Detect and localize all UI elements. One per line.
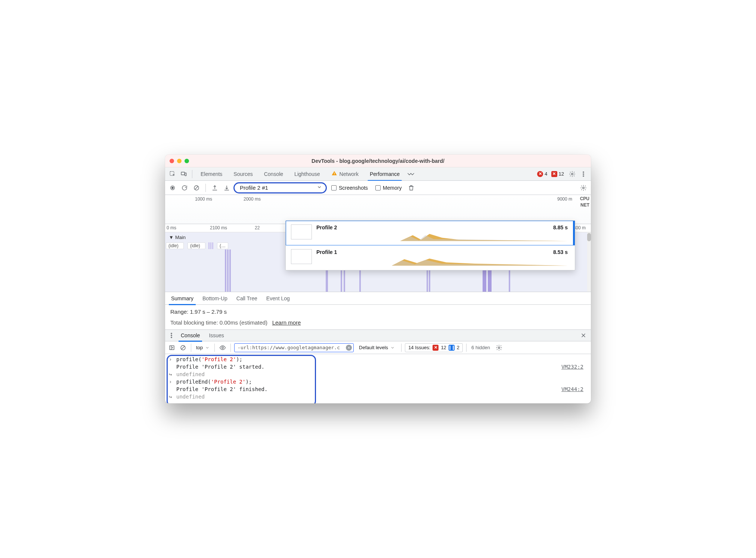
error-count: 4 xyxy=(545,171,547,177)
svg-point-24 xyxy=(498,347,500,348)
drawer-tab-issues[interactable]: Issues xyxy=(205,329,227,341)
source-link[interactable]: VM232:2 xyxy=(561,364,587,370)
error-square-icon: ✕ xyxy=(551,171,557,177)
live-expression-icon[interactable] xyxy=(218,342,227,353)
main-tabs-bar: Elements Sources Console Lighthouse Netw… xyxy=(165,167,591,181)
profile-option-selected[interactable]: Profile 2 8.85 s xyxy=(286,221,575,245)
divider xyxy=(401,344,402,352)
issues-label: 14 Issues: xyxy=(408,345,430,350)
console-log-line: Profile 'Profile 2' finished. VM244:2 xyxy=(165,385,591,393)
console-sidebar-toggle-icon[interactable] xyxy=(167,342,176,353)
close-window-button[interactable] xyxy=(170,159,174,163)
console-return-line: ↩ undefined xyxy=(165,393,591,400)
record-icon[interactable] xyxy=(167,183,178,193)
hidden-count[interactable]: 6 hidden xyxy=(470,345,492,350)
minimize-window-button[interactable] xyxy=(177,159,182,163)
zoom-window-button[interactable] xyxy=(185,159,189,163)
profile-duration: 8.53 s xyxy=(553,249,568,255)
issues-chip[interactable]: 14 Issues: ✕ 12 ❙❙ 2 xyxy=(405,343,463,352)
summary-tbt: Total blocking time: 0.00ms (estimated) xyxy=(170,319,267,326)
info-square-icon: ❙❙ xyxy=(449,345,455,351)
tab-console[interactable]: Console xyxy=(259,167,288,181)
issue-count-badge[interactable]: ✕ 12 xyxy=(551,171,564,177)
svg-point-14 xyxy=(171,333,172,334)
titlebar: DevTools - blog.google/technology/ai/cod… xyxy=(165,155,591,167)
truncated-pill: (… xyxy=(217,242,228,249)
detail-tick: 22 xyxy=(255,225,260,230)
summary-body: Range: 1.97 s – 2.79 s Total blocking ti… xyxy=(165,305,591,329)
profile-sparkline xyxy=(316,257,568,266)
context-selector[interactable]: top xyxy=(195,343,211,352)
source-link[interactable]: VM244:2 xyxy=(561,386,587,392)
settings-icon[interactable] xyxy=(567,169,577,179)
drawer-tab-console[interactable]: Console xyxy=(177,329,204,341)
profile-thumbnail xyxy=(291,224,312,239)
tab-event-log[interactable]: Event Log xyxy=(263,292,294,305)
svg-point-5 xyxy=(571,173,573,175)
clear-console-icon[interactable] xyxy=(179,342,188,353)
error-count-badge[interactable]: ✕ 4 xyxy=(537,171,547,177)
clear-filter-icon[interactable]: ✕ xyxy=(346,345,352,351)
error-square-icon: ✕ xyxy=(433,345,439,351)
drawer-kebab-icon[interactable] xyxy=(167,330,176,341)
svg-point-23 xyxy=(222,347,224,348)
console-filter-input[interactable]: -url:https://www.googletagmanager.c ✕ xyxy=(234,343,354,352)
performance-toolbar: Profile 2 #1 Screenshots Memory xyxy=(165,181,591,195)
download-profile-icon[interactable] xyxy=(221,183,232,193)
svg-rect-2 xyxy=(185,173,186,176)
scrollbar-thumb[interactable] xyxy=(587,233,591,241)
log-levels-selector[interactable]: Default levels xyxy=(356,343,398,352)
checkbox-icon xyxy=(331,185,337,190)
divider xyxy=(214,344,215,352)
memory-checkbox[interactable]: Memory xyxy=(375,185,402,191)
console-settings-icon[interactable] xyxy=(494,342,504,353)
profile-duration: 8.85 s xyxy=(553,224,568,230)
upload-profile-icon[interactable] xyxy=(210,183,220,193)
tab-elements[interactable]: Elements xyxy=(195,167,227,181)
screenshots-label: Screenshots xyxy=(339,185,368,191)
kebab-menu-icon[interactable] xyxy=(578,169,589,179)
profile-select[interactable]: Profile 2 #1 xyxy=(233,182,327,193)
divider xyxy=(191,344,191,352)
tab-summary[interactable]: Summary xyxy=(167,292,197,305)
warning-icon xyxy=(331,170,337,177)
inspect-element-icon[interactable] xyxy=(167,169,178,179)
panel-settings-icon[interactable] xyxy=(578,183,589,193)
reload-record-icon[interactable] xyxy=(179,183,190,193)
overview-tick: 2000 ms xyxy=(244,196,261,202)
tab-performance[interactable]: Performance xyxy=(365,167,405,181)
overview-tick: 9000 m xyxy=(557,196,572,202)
tab-call-tree[interactable]: Call Tree xyxy=(233,292,261,305)
learn-more-link[interactable]: Learn more xyxy=(272,319,301,326)
console-output[interactable]: › profile('Profile 2'); Profile 'Profile… xyxy=(165,354,591,403)
issues-err-count: 12 xyxy=(441,345,446,350)
device-toolbar-icon[interactable] xyxy=(179,169,189,179)
more-tabs-icon[interactable] xyxy=(406,169,416,179)
console-input-line: › profileEnd('Profile 2'); xyxy=(165,378,591,385)
tab-network[interactable]: Network xyxy=(326,167,364,181)
tab-bottom-up[interactable]: Bottom-Up xyxy=(199,292,231,305)
summary-tabs: Summary Bottom-Up Call Tree Event Log xyxy=(165,292,591,305)
svg-point-15 xyxy=(171,335,172,336)
delete-profile-icon[interactable] xyxy=(406,183,416,193)
profile-sparkline xyxy=(316,232,568,242)
filter-value: -url:https://www.googletagmanager.c xyxy=(238,345,344,350)
main-thread-label: ▼Main xyxy=(169,235,186,240)
idle-pill: (idle) xyxy=(188,242,205,249)
overview-timeline[interactable]: 1000 ms 2000 ms 9000 m CPU NET xyxy=(165,195,591,224)
flame-scrollbar[interactable] xyxy=(587,232,591,292)
clear-icon[interactable] xyxy=(191,183,202,193)
idle-pill: (idle) xyxy=(166,242,184,249)
svg-rect-1 xyxy=(181,172,185,175)
overview-tick: 1000 ms xyxy=(195,196,212,202)
close-drawer-icon[interactable] xyxy=(578,330,589,341)
tab-lighthouse[interactable]: Lighthouse xyxy=(289,167,325,181)
window-title: DevTools - blog.google/technology/ai/cod… xyxy=(165,158,591,164)
profile-option[interactable]: Profile 1 8.53 s xyxy=(286,245,575,270)
divider xyxy=(192,170,192,178)
net-label: NET xyxy=(580,202,589,208)
tab-sources[interactable]: Sources xyxy=(228,167,258,181)
summary-range: Range: 1.97 s – 2.79 s xyxy=(170,309,586,315)
profile-name: Profile 1 xyxy=(316,249,337,255)
screenshots-checkbox[interactable]: Screenshots xyxy=(331,185,368,191)
